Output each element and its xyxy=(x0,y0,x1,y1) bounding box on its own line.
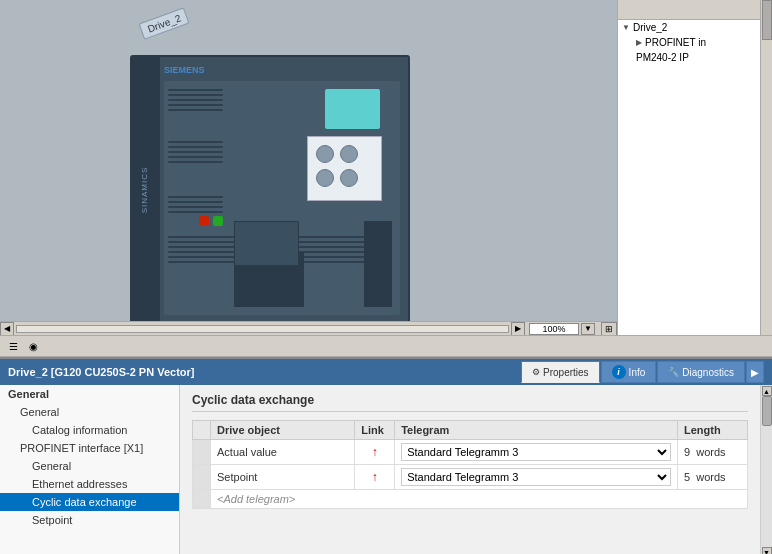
zoom-input[interactable] xyxy=(529,323,579,335)
vscroll-thumb[interactable] xyxy=(762,396,772,426)
row2-length: 5 words xyxy=(678,465,748,490)
table-row: Setpoint ↑ Standard Telegramm 3 5 words xyxy=(193,465,748,490)
row1-len-val: 9 xyxy=(684,446,690,458)
led-green xyxy=(213,216,223,226)
cyclic-data-table: Drive object Link Telegram Length Actual… xyxy=(192,420,748,509)
row2-len-unit: words xyxy=(696,471,725,483)
props-body: General General Catalog information PROF… xyxy=(0,385,772,554)
right-tree-panel: ▼ Drive_2 ▶ PROFINET in PM240-2 IP xyxy=(617,0,772,335)
col-check xyxy=(193,421,211,440)
row2-link-icon: ↑ xyxy=(372,470,378,484)
props-content: Cyclic data exchange Drive object Link T… xyxy=(180,385,760,554)
row2-telegram-select[interactable]: Standard Telegramm 3 xyxy=(401,468,671,486)
add-telegram-label[interactable]: <Add telegram> xyxy=(211,490,748,509)
nav-catalog-info[interactable]: Catalog information xyxy=(0,421,179,439)
vent-grille-top xyxy=(168,89,223,114)
nav-ethernet-addresses[interactable]: Ethernet addresses xyxy=(0,475,179,493)
row1-link: ↑ xyxy=(355,440,395,465)
info-tab-icon: i xyxy=(612,365,626,379)
right-tree-scrollbar[interactable] xyxy=(760,0,772,335)
canvas-hscrollbar[interactable]: ◀ ▶ ▼ ⊞ xyxy=(0,321,617,335)
tab-diagnostics[interactable]: 🔧 Diagnostics xyxy=(657,361,745,383)
nav-profinet-interface[interactable]: PROFINET interface [X1] xyxy=(0,439,179,457)
fit-btn[interactable]: ⊞ xyxy=(601,322,617,336)
tree-expand-icon: ▼ xyxy=(622,23,630,32)
sinamics-strip: SINAMICS xyxy=(132,57,160,323)
siemens-logo: SIEMENS xyxy=(164,65,205,75)
vent-grille-mid xyxy=(168,141,223,166)
section-title: Cyclic data exchange xyxy=(192,393,748,412)
vent-grille-lower xyxy=(168,196,223,216)
scroll-left-btn[interactable]: ◀ xyxy=(0,322,14,336)
toolbar-icon-2[interactable]: ◉ xyxy=(24,337,42,355)
tree-item-drive2[interactable]: ▼ Drive_2 xyxy=(618,20,772,35)
circle3 xyxy=(316,169,334,187)
nav-general-2[interactable]: General xyxy=(0,457,179,475)
tree-header xyxy=(618,0,772,20)
row1-telegram-select[interactable]: Standard Telegramm 3 xyxy=(401,443,671,461)
diagnostics-tab-label: Diagnostics xyxy=(682,367,734,378)
drive-diagram: Drive_2 SIEMENS SINAMICS xyxy=(115,10,415,320)
add-telegram-row[interactable]: <Add telegram> xyxy=(193,490,748,509)
led-row xyxy=(199,216,223,226)
nav-cyclic-data-exchange[interactable]: Cyclic data exchange xyxy=(0,493,179,511)
scrollbar-thumb[interactable] xyxy=(762,0,772,40)
props-tabs: ⚙ Properties i Info 🔧 Diagnostics ▶ xyxy=(521,361,764,383)
col-drive-object: Drive object xyxy=(211,421,355,440)
properties-tab-label: Properties xyxy=(543,367,589,378)
component-mid-right xyxy=(234,221,299,266)
scroll-right-btn[interactable]: ▶ xyxy=(511,322,525,336)
props-nav: General General Catalog information PROF… xyxy=(0,385,180,554)
drive-label: Drive_2 xyxy=(139,7,190,40)
led-red xyxy=(199,216,209,226)
tree-item-pm240[interactable]: PM240-2 IP xyxy=(618,50,772,65)
info-tab-label: Info xyxy=(629,367,646,378)
row1-check xyxy=(193,440,211,465)
row2-drive-object: Setpoint xyxy=(211,465,355,490)
more-tabs-btn[interactable]: ▶ xyxy=(746,361,764,383)
row2-telegram: Standard Telegramm 3 xyxy=(395,465,678,490)
row2-link: ↑ xyxy=(355,465,395,490)
row1-link-icon: ↑ xyxy=(372,445,378,459)
tree-item-label3: PM240-2 IP xyxy=(636,52,689,63)
row1-len-unit: words xyxy=(696,446,725,458)
tab-properties[interactable]: ⚙ Properties xyxy=(521,361,600,383)
hscroll-track[interactable] xyxy=(16,325,509,333)
nav-setpoint[interactable]: Setpoint xyxy=(0,511,179,529)
panel-circles xyxy=(308,137,381,195)
col-length: Length xyxy=(678,421,748,440)
tree-item-label: Drive_2 xyxy=(633,22,667,33)
circle4 xyxy=(340,169,358,187)
canvas-area: ▼ Drive_2 ▶ PROFINET in PM240-2 IP Drive… xyxy=(0,0,772,335)
row1-telegram: Standard Telegramm 3 xyxy=(395,440,678,465)
tab-info[interactable]: i Info xyxy=(601,361,657,383)
teal-connector xyxy=(325,89,380,129)
tree-expand-icon2: ▶ xyxy=(636,38,642,47)
col-link: Link xyxy=(355,421,395,440)
bottom-toolbar: ☰ ◉ xyxy=(0,335,772,357)
tree-item-profinet[interactable]: ▶ PROFINET in xyxy=(618,35,772,50)
sinamics-label: SINAMICS xyxy=(140,167,149,214)
properties-tab-icon: ⚙ xyxy=(532,367,540,377)
zoom-dropdown-btn[interactable]: ▼ xyxy=(581,323,595,335)
row1-length: 9 words xyxy=(678,440,748,465)
row1-drive-object: Actual value xyxy=(211,440,355,465)
properties-panel: Drive_2 [G120 CU250S-2 PN Vector] ⚙ Prop… xyxy=(0,357,772,554)
nav-general-group[interactable]: General xyxy=(0,385,179,403)
toolbar-icon-1[interactable]: ☰ xyxy=(4,337,22,355)
tree-item-label2: PROFINET in xyxy=(645,37,706,48)
row2-check xyxy=(193,465,211,490)
nav-general[interactable]: General xyxy=(0,403,179,421)
col-telegram: Telegram xyxy=(395,421,678,440)
vscroll-up-btn[interactable]: ▲ xyxy=(762,386,772,396)
control-panel-inner xyxy=(164,81,400,315)
props-title-bar: Drive_2 [G120 CU250S-2 PN Vector] ⚙ Prop… xyxy=(0,359,772,385)
props-title: Drive_2 [G120 CU250S-2 PN Vector] xyxy=(8,366,194,378)
zoom-area: ▼ xyxy=(525,323,599,335)
white-display-panel xyxy=(307,136,382,201)
table-row: Actual value ↑ Standard Telegramm 3 9 wo… xyxy=(193,440,748,465)
vscroll-down-btn[interactable]: ▼ xyxy=(762,547,772,554)
add-row-check xyxy=(193,490,211,509)
content-vscrollbar[interactable]: ▲ ▼ xyxy=(760,385,772,554)
device-box: SIEMENS SINAMICS xyxy=(130,55,410,325)
